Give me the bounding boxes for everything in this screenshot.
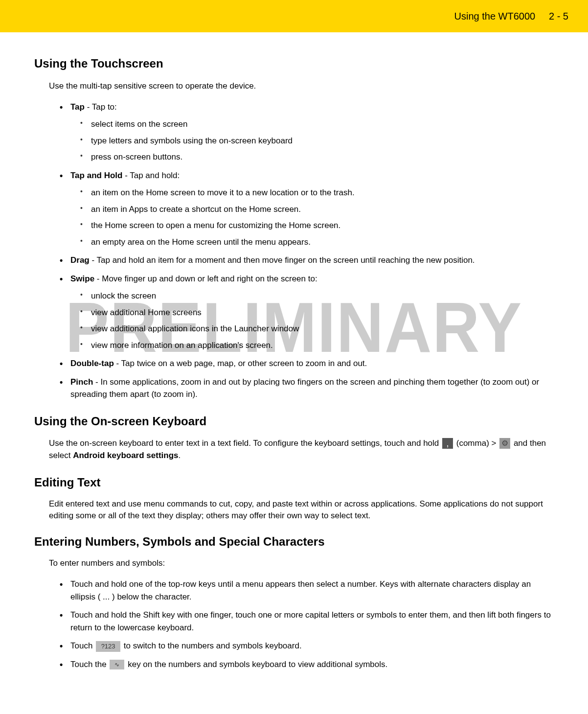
swipe-bold: Swipe: [70, 274, 94, 283]
taphold-sub-1: an item in Apps to create a shortcut on …: [80, 203, 554, 216]
touchscreen-item-tap: Tap - Tap to: select items on the screen…: [60, 101, 554, 163]
numbers-list: Touch and hold one of the top-row keys u…: [60, 578, 554, 670]
swipe-sub-3: view more information on an application'…: [80, 339, 554, 352]
swipe-sub-1: view additional Home screens: [80, 306, 554, 319]
keyboard-intro-a: Use the on-screen keyboard to enter text…: [49, 438, 441, 448]
numbers-item4-b: key on the numbers and symbols keyboard …: [125, 660, 387, 669]
section-heading-numbers: Entering Numbers, Symbols and Special Ch…: [34, 535, 554, 549]
tap-sub-0: select items on the screen: [80, 118, 554, 131]
numbers-intro: To enter numbers and symbols:: [49, 557, 554, 569]
taphold-sub-2: the Home screen to open a menu for custo…: [80, 219, 554, 232]
pinch-text: - In some applications, zoom in and out …: [70, 377, 539, 399]
touchscreen-list: Tap - Tap to: select items on the screen…: [60, 101, 554, 401]
touchscreen-item-drag: Drag - Tap and hold an item for a moment…: [60, 254, 554, 267]
drag-text: - Tap and hold an item for a moment and …: [90, 255, 475, 265]
tap-sub-1: type letters and symbols using the on-sc…: [80, 135, 554, 147]
editing-intro: Edit entered text and use menu commands …: [49, 498, 554, 522]
taphold-sub-3: an empty area on the Home screen until t…: [80, 236, 554, 249]
keyboard-bold-setting: Android keyboard settings: [73, 451, 178, 460]
header-page: 2 - 5: [549, 11, 568, 22]
numbers-item-0: Touch and hold one of the top-row keys u…: [60, 578, 554, 603]
comma-key-icon: ,: [442, 438, 453, 449]
swipe-sub-2: view additional application icons in the…: [80, 322, 554, 335]
tap-bold: Tap: [70, 102, 85, 112]
swipe-sublist: unlock the screen view additional Home s…: [80, 290, 554, 351]
taphold-bold: Tap and Hold: [70, 171, 122, 180]
numbers-item3-b: to switch to the numbers and symbols key…: [121, 641, 302, 650]
page-header: Using the WT6000 2 - 5: [0, 0, 588, 32]
section-heading-touchscreen: Using the Touchscreen: [34, 57, 554, 70]
taphold-text: - Tap and hold:: [122, 171, 180, 180]
touchscreen-intro: Use the multi-tap sensitive screen to op…: [49, 80, 554, 92]
numbers-item3-a: Touch: [70, 641, 95, 650]
swipe-sub-0: unlock the screen: [80, 290, 554, 302]
section-heading-keyboard: Using the On-screen Keyboard: [34, 415, 554, 428]
touchscreen-item-swipe: Swipe - Move finger up and down or left …: [60, 273, 554, 352]
drag-bold: Drag: [70, 255, 90, 265]
keyboard-intro: Use the on-screen keyboard to enter text…: [49, 437, 554, 462]
section-heading-editing: Editing Text: [34, 476, 554, 489]
header-title: Using the WT6000: [454, 11, 536, 22]
doubletap-bold: Double-tap: [70, 359, 114, 368]
numbers-item-3: Touch the ∿ key on the numbers and symbo…: [60, 658, 554, 671]
tap-sublist: select items on the screen type letters …: [80, 118, 554, 163]
tap-text: - Tap to:: [85, 102, 117, 112]
numbers-item-2: Touch ?123 to switch to the numbers and …: [60, 640, 554, 652]
touchscreen-item-taphold: Tap and Hold - Tap and hold: an item on …: [60, 169, 554, 249]
numbers-item-1: Touch and hold the Shift key with one fi…: [60, 609, 554, 634]
numbers-item4-a: Touch the: [70, 660, 109, 669]
tap-sub-2: press on-screen buttons.: [80, 151, 554, 163]
touchscreen-item-doubletap: Double-tap - Tap twice on a web page, ma…: [60, 357, 554, 370]
doubletap-text: - Tap twice on a web page, map, or other…: [114, 359, 367, 368]
symbols-key-icon: ∿: [110, 660, 124, 669]
keyboard-intro-d: .: [179, 451, 181, 460]
keyboard-intro-b: (comma) >: [454, 438, 498, 448]
numbers-key-icon: ?123: [96, 641, 120, 652]
pinch-bold: Pinch: [70, 377, 93, 387]
touchscreen-item-pinch: Pinch - In some applications, zoom in an…: [60, 376, 554, 401]
taphold-sub-0: an item on the Home screen to move it to…: [80, 186, 554, 199]
swipe-text: - Move finger up and down or left and ri…: [94, 274, 317, 283]
gear-icon: ⚙: [499, 438, 510, 449]
taphold-sublist: an item on the Home screen to move it to…: [80, 186, 554, 248]
